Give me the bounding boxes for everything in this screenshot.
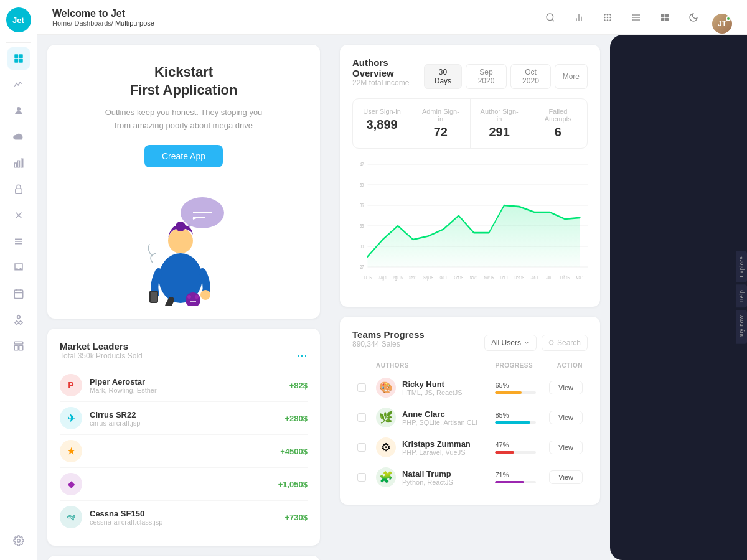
col-action: ACTION	[541, 358, 588, 373]
tab-oct2020[interactable]: Oct 2020	[510, 64, 550, 89]
table-row: 🧩 Natali Trump Python, ReactJS 71%	[352, 462, 588, 492]
tab-more[interactable]: More	[555, 64, 588, 89]
svg-text:Aug 1: Aug 1	[378, 274, 387, 281]
view-button-natali[interactable]: View	[549, 470, 583, 484]
view-button-ricky[interactable]: View	[549, 381, 583, 394]
sidebar-item-calendar[interactable]	[7, 282, 30, 305]
sidebar-item-tools[interactable]	[7, 309, 30, 331]
sidebar-item-settings[interactable]	[7, 530, 30, 552]
market-item-piper: P Piper Aerostar Mark, Rowling, Esther +…	[60, 369, 308, 402]
avatar-container: JT	[712, 14, 732, 21]
apps-icon[interactable]	[655, 7, 675, 27]
svg-point-28	[607, 14, 609, 16]
side-tab-buynow[interactable]: Buy now	[736, 310, 747, 343]
tab-group: 30 Days Sep 2020 Oct 2020 More	[424, 64, 588, 89]
market-card-header: Market Leaders Total 350k Products Sold …	[60, 341, 308, 369]
svg-point-53	[200, 290, 210, 300]
svg-text:33: 33	[360, 223, 364, 230]
row-checkbox[interactable]	[357, 413, 366, 422]
table-row: ⚙ Kristaps Zumman PHP, Laravel, VueJS 47…	[352, 432, 588, 462]
sidebar-bottom	[7, 528, 30, 560]
side-tab-help[interactable]: Help	[736, 285, 747, 308]
chart-icon[interactable]	[569, 7, 589, 27]
svg-rect-40	[665, 14, 669, 17]
svg-text:Nov 1: Nov 1	[470, 274, 478, 281]
svg-point-55	[187, 295, 191, 299]
sidebar-item-inbox[interactable]	[7, 256, 30, 279]
market-logo-4: ◆	[60, 473, 82, 495]
svg-point-22	[547, 14, 553, 21]
sidebar-item-analytics[interactable]	[7, 73, 30, 96]
teams-controls: All Users Search	[484, 335, 588, 351]
col-check	[352, 358, 371, 373]
sidebar-item-users[interactable]	[7, 100, 30, 122]
view-button-anne[interactable]: View	[549, 411, 583, 424]
grid-icon[interactable]	[598, 7, 618, 27]
svg-rect-8	[15, 189, 22, 194]
svg-text:Jul 15: Jul 15	[364, 274, 372, 281]
svg-point-27	[604, 14, 606, 16]
row-checkbox[interactable]	[357, 443, 366, 452]
tab-30days[interactable]: 30 Days	[424, 64, 462, 89]
svg-rect-1	[19, 54, 22, 58]
svg-rect-42	[665, 17, 669, 21]
svg-point-49	[168, 228, 193, 253]
progress-cell: 47%	[490, 432, 541, 462]
authors-title: Authors Overview	[352, 57, 424, 78]
page-title: Welcome to Jet	[52, 8, 154, 19]
sidebar-item-layout[interactable]	[7, 335, 30, 357]
svg-text:Nov 15: Nov 15	[484, 274, 494, 281]
svg-text:30: 30	[360, 243, 364, 250]
svg-point-35	[609, 19, 611, 21]
dark-overlay: Explore Help Buy now	[610, 35, 747, 560]
search-icon[interactable]	[540, 7, 560, 27]
market-logo-3: ★	[60, 440, 82, 462]
col-progress: PROGRESS	[490, 358, 541, 373]
svg-point-56	[195, 295, 199, 299]
users-filter[interactable]: All Users	[484, 335, 537, 351]
svg-rect-39	[661, 14, 664, 17]
right-panel: Authors Overview 22M total income 30 Day…	[330, 35, 610, 560]
authors-header: Authors Overview 22M total income 30 Day…	[352, 57, 588, 96]
row-checkbox[interactable]	[357, 473, 366, 482]
sidebar-item-chart[interactable]	[7, 152, 30, 174]
row-checkbox[interactable]	[357, 383, 366, 392]
col-authors: AUTHORS	[371, 358, 490, 373]
search-icon	[548, 340, 555, 346]
market-item-4: ◆ +1,050$	[60, 468, 308, 501]
svg-text:Agu 15: Agu 15	[393, 274, 402, 281]
svg-rect-2	[14, 59, 18, 63]
menu-icon[interactable]	[626, 7, 646, 27]
svg-text:Dec 15: Dec 15	[515, 274, 524, 281]
teams-subtitle: 890,344 Sales	[352, 340, 425, 348]
more-options-icon[interactable]: ⋯	[296, 348, 308, 362]
market-item-cessna: 🛩 Cessna SF150 cessna-aircraft.class.jsp…	[60, 501, 308, 533]
svg-text:Jan...: Jan...	[546, 274, 553, 281]
svg-text:Sep 1: Sep 1	[409, 274, 417, 281]
app-logo[interactable]: Jet	[6, 7, 31, 32]
sidebar-divider	[6, 42, 31, 43]
breadcrumb: Home/ Dashboards/ Multipurpose	[52, 19, 154, 27]
svg-rect-7	[21, 159, 22, 167]
svg-rect-19	[14, 345, 18, 350]
teams-search[interactable]: Search	[542, 335, 588, 351]
svg-point-85	[549, 340, 553, 345]
svg-text:Oct 15: Oct 15	[454, 274, 463, 281]
sidebar-item-cloud[interactable]	[7, 126, 30, 148]
svg-point-4	[17, 107, 21, 111]
authors-subtitle: 22M total income	[352, 78, 424, 87]
sidebar-item-list[interactable]	[7, 230, 30, 253]
tab-sep2020[interactable]: Sep 2020	[466, 64, 507, 89]
header: Welcome to Jet Home/ Dashboards/ Multipu…	[37, 0, 747, 35]
side-tab-explore[interactable]: Explore	[736, 251, 747, 282]
create-app-button[interactable]: Create App	[144, 145, 223, 167]
svg-point-29	[609, 14, 611, 16]
sidebar-item-lock[interactable]	[7, 178, 30, 200]
svg-rect-3	[19, 59, 22, 63]
table-row: 🌿 Anne Clarc PHP, SQLite, Artisan CLI 85…	[352, 403, 588, 432]
market-item-3: ★ +4500$	[60, 435, 308, 468]
sidebar-item-close[interactable]	[7, 204, 30, 226]
sidebar-item-dashboard[interactable]	[7, 47, 30, 70]
moon-icon[interactable]	[684, 7, 703, 27]
view-button-kristaps[interactable]: View	[549, 441, 583, 454]
